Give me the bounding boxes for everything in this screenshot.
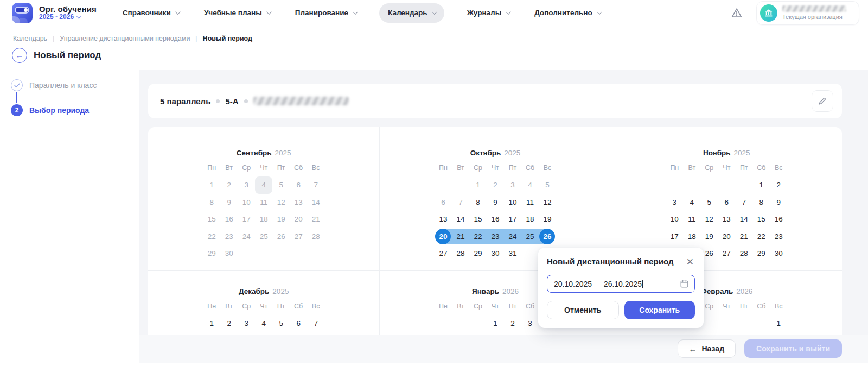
day-cell[interactable]: 13 xyxy=(290,332,307,335)
save-and-exit-button[interactable]: Сохранить и выйти xyxy=(744,339,842,358)
day-cell[interactable]: 10 xyxy=(238,332,255,335)
back-arrow-button[interactable]: ← xyxy=(12,48,27,63)
breadcrumb-item-2[interactable]: Управление дистанционными периодами xyxy=(60,35,190,42)
day-cell[interactable]: 1 xyxy=(203,315,220,332)
edit-button[interactable] xyxy=(812,90,833,112)
day-cell[interactable]: 6 xyxy=(290,315,307,332)
step-period-select[interactable]: 2 Выбор периода xyxy=(11,104,139,116)
day-cell[interactable]: 4 xyxy=(255,315,272,332)
day-cell[interactable]: 9 xyxy=(220,332,238,335)
day-cell[interactable]: 31 xyxy=(504,245,521,262)
day-cell[interactable]: 5 xyxy=(700,194,718,211)
day-cell[interactable]: 23 xyxy=(487,228,504,245)
day-cell[interactable]: 15 xyxy=(469,211,487,228)
day-cell[interactable]: 27 xyxy=(435,245,452,262)
day-cell[interactable]: 11 xyxy=(255,332,272,335)
save-button[interactable]: Сохранить xyxy=(624,301,695,319)
day-cell[interactable]: 5 xyxy=(718,332,735,335)
current-organization-card[interactable]: Текущая организация xyxy=(756,1,859,25)
day-cell[interactable]: 13 xyxy=(435,211,452,228)
day-cell[interactable]: 10 xyxy=(666,211,683,228)
day-cell[interactable]: 28 xyxy=(452,245,469,262)
day-cell[interactable]: 8 xyxy=(469,194,487,211)
period-date-input[interactable]: 20.10.2025 — 26.10.2025 xyxy=(547,275,695,293)
day-cell[interactable]: 21 xyxy=(452,228,469,245)
day-cell[interactable]: 4 xyxy=(700,332,718,335)
day-cell[interactable]: 25 xyxy=(521,228,539,245)
day-cell[interactable]: 11 xyxy=(539,332,556,335)
day-cell[interactable]: 10 xyxy=(521,332,539,335)
day-cell[interactable]: 29 xyxy=(469,245,487,262)
day-cell[interactable]: 5 xyxy=(272,315,290,332)
day-cell[interactable]: 14 xyxy=(452,211,469,228)
nav-item-5[interactable]: Журналы xyxy=(465,3,512,23)
day-cell[interactable]: 3 xyxy=(521,315,539,332)
school-year-dropdown[interactable]: 2025 - 2026 xyxy=(39,14,97,21)
day-cell[interactable]: 21 xyxy=(735,228,752,245)
day-cell[interactable]: 13 xyxy=(718,211,735,228)
calendar-icon[interactable] xyxy=(680,279,689,288)
day-cell[interactable]: 23 xyxy=(770,228,787,245)
warning-icon[interactable] xyxy=(730,7,743,20)
day-cell[interactable]: 22 xyxy=(752,228,770,245)
nav-item-1[interactable]: Справочники xyxy=(120,3,181,23)
nav-item-2[interactable]: Учебные планы xyxy=(202,3,272,23)
day-cell[interactable]: 18 xyxy=(521,211,539,228)
nav-item-4[interactable]: Календарь xyxy=(379,3,444,23)
day-cell[interactable]: 7 xyxy=(735,194,752,211)
day-cell[interactable]: 10 xyxy=(504,194,521,211)
day-cell[interactable]: 16 xyxy=(487,211,504,228)
day-cell[interactable]: 2 xyxy=(770,176,787,194)
day-cell[interactable]: 12 xyxy=(539,194,556,211)
day-cell[interactable]: 12 xyxy=(700,211,718,228)
day-cell[interactable]: 6 xyxy=(735,332,752,335)
day-cell[interactable]: 2 xyxy=(220,315,238,332)
day-cell[interactable]: 3 xyxy=(666,194,683,211)
day-cell[interactable]: 2 xyxy=(504,315,521,332)
close-icon[interactable]: ✕ xyxy=(685,257,695,267)
day-cell[interactable]: 4 xyxy=(683,194,700,211)
day-cell[interactable]: 16 xyxy=(770,211,787,228)
day-cell[interactable]: 8 xyxy=(203,332,220,335)
day-cell[interactable]: 19 xyxy=(539,211,556,228)
day-cell[interactable]: 3 xyxy=(238,315,255,332)
day-cell[interactable]: 11 xyxy=(683,211,700,228)
day-cell[interactable]: 29 xyxy=(752,245,770,262)
step-parallel-class[interactable]: Параллель и класс xyxy=(11,79,139,91)
day-cell[interactable]: 7 xyxy=(307,315,324,332)
day-cell[interactable]: 8 xyxy=(487,332,504,335)
day-cell[interactable]: 18 xyxy=(683,228,700,245)
back-button[interactable]: ← Назад xyxy=(678,339,736,358)
day-cell[interactable]: 15 xyxy=(752,211,770,228)
day-cell[interactable]: 30 xyxy=(770,245,787,262)
day-cell[interactable]: 19 xyxy=(700,228,718,245)
cancel-button[interactable]: Отменить xyxy=(547,301,619,319)
day-cell[interactable]: 1 xyxy=(770,315,787,332)
day-cell[interactable]: 14 xyxy=(735,211,752,228)
day-cell[interactable]: 7 xyxy=(752,332,770,335)
day-cell[interactable]: 2 xyxy=(666,332,683,335)
day-cell[interactable]: 12 xyxy=(272,332,290,335)
day-cell[interactable]: 28 xyxy=(735,245,752,262)
day-cell[interactable]: 11 xyxy=(521,194,539,211)
day-cell[interactable]: 1 xyxy=(752,176,770,194)
nav-item-3[interactable]: Планирование xyxy=(293,3,359,23)
day-cell[interactable]: 26 xyxy=(539,228,556,245)
day-cell[interactable]: 8 xyxy=(752,194,770,211)
day-cell[interactable]: 22 xyxy=(469,228,487,245)
day-cell[interactable]: 27 xyxy=(718,245,735,262)
day-cell[interactable]: 17 xyxy=(504,211,521,228)
day-cell[interactable]: 3 xyxy=(683,332,700,335)
day-cell[interactable]: 17 xyxy=(666,228,683,245)
day-cell[interactable]: 9 xyxy=(770,194,787,211)
nav-item-6[interactable]: Дополнительно xyxy=(532,3,603,23)
day-cell[interactable]: 7 xyxy=(469,332,487,335)
day-cell[interactable]: 6 xyxy=(452,332,469,335)
day-cell[interactable]: 8 xyxy=(770,332,787,335)
day-cell[interactable]: 1 xyxy=(487,315,504,332)
day-cell[interactable]: 30 xyxy=(487,245,504,262)
day-cell[interactable]: 20 xyxy=(435,228,452,245)
day-cell[interactable]: 5 xyxy=(435,332,452,335)
breadcrumb-item-1[interactable]: Календарь xyxy=(13,35,47,42)
day-cell[interactable]: 9 xyxy=(487,194,504,211)
